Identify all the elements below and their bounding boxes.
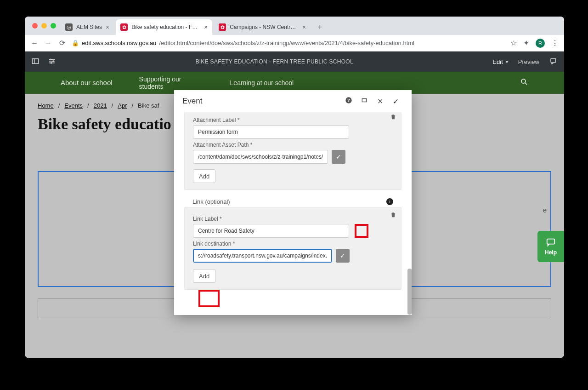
profile-avatar[interactable]: R [536, 39, 545, 48]
tab-aem-sites[interactable]: ◎ AEM Sites × [61, 19, 114, 35]
attachment-label-lbl: Attachment Label * [193, 117, 393, 123]
svg-rect-0 [32, 58, 39, 63]
help-label: Help [545, 249, 557, 256]
svg-rect-8 [551, 58, 556, 63]
path-picker-confirm[interactable]: ✓ [336, 249, 350, 263]
add-attachment-button[interactable]: Add [193, 169, 215, 183]
link-label-input[interactable] [193, 224, 349, 238]
link-label-lbl: Link Label * [193, 216, 393, 222]
link-label-value[interactable] [198, 228, 344, 234]
info-icon[interactable]: i [386, 198, 393, 205]
page-properties-icon[interactable] [48, 57, 56, 67]
link-dest-lbl: Link destination * [193, 241, 393, 247]
addr-icons: ☆ ✦ R ⋮ [510, 39, 559, 48]
close-tab-icon[interactable]: × [106, 23, 109, 31]
star-icon[interactable]: ☆ [510, 39, 517, 47]
page-header-title: BIKE SAFETY EDUCATION - FERN TREE PUBLIC… [64, 58, 484, 65]
add-link-button[interactable]: Add [193, 269, 215, 283]
trash-icon[interactable] [390, 113, 396, 122]
link-group: Link Label * Link destination * ✓ Add [184, 207, 401, 290]
search-icon[interactable] [520, 78, 528, 88]
dialog-title: Event [182, 97, 202, 106]
forward-button[interactable]: → [44, 39, 52, 47]
attachment-path-input[interactable] [193, 150, 328, 164]
new-tab-button[interactable]: + [313, 21, 326, 34]
chat-icon [545, 237, 557, 247]
extensions-icon[interactable]: ✦ [523, 39, 529, 47]
close-icon[interactable]: ✕ [372, 97, 388, 106]
page-content: BIKE SAFETY EDUCATION - FERN TREE PUBLIC… [25, 52, 564, 358]
event-dialog: Event ? ✕ ✓ Attachment Label * [174, 90, 412, 315]
dialog-header: Event ? ✕ ✓ [174, 90, 412, 112]
attachment-group: Attachment Label * Attachment Asset Path… [184, 112, 401, 190]
annotate-icon[interactable] [549, 57, 558, 67]
dialog-body: Attachment Label * Attachment Asset Path… [174, 112, 412, 315]
crumb-month[interactable]: Apr [118, 102, 127, 109]
svg-rect-13 [362, 99, 366, 102]
attachment-label-value[interactable] [198, 129, 344, 135]
favicon-icon: ◎ [65, 23, 73, 31]
svg-point-9 [521, 79, 526, 83]
favicon-icon: ✿ [219, 23, 226, 31]
svg-line-10 [525, 83, 527, 85]
mode-label: Edit [492, 58, 503, 65]
attachment-label-input[interactable] [193, 125, 349, 139]
link-section-label: Link (optional) [192, 198, 230, 205]
tab-bike-safety[interactable]: ✿ Bike safety education - Fern Tr × [116, 19, 212, 35]
scrollbar-thumb[interactable] [407, 269, 412, 315]
maximize-window-icon[interactable] [51, 23, 56, 29]
aem-header: BIKE SAFETY EDUCATION - FERN TREE PUBLIC… [25, 52, 564, 72]
back-button[interactable]: ← [30, 39, 39, 47]
tab-title: AEM Sites [76, 24, 102, 30]
close-tab-icon[interactable]: × [302, 23, 306, 31]
side-panel-icon[interactable] [31, 57, 40, 67]
svg-point-7 [51, 62, 51, 63]
chevron-down-icon: ▾ [506, 59, 508, 64]
crumb-current: Bike saf [138, 102, 159, 109]
background-text: e [543, 206, 547, 214]
lock-icon: 🔒 [72, 40, 79, 46]
annotation-trash [355, 224, 368, 238]
minimize-window-icon[interactable] [41, 23, 47, 29]
tab-title: Bike safety education - Fern Tr [131, 24, 200, 30]
path-picker-confirm[interactable]: ✓ [332, 150, 345, 164]
attachment-path-value[interactable] [198, 154, 323, 160]
done-icon[interactable]: ✓ [388, 97, 403, 106]
nav-supporting[interactable]: Supporting our students [139, 75, 204, 90]
link-dest-value[interactable] [198, 252, 327, 259]
trash-icon[interactable] [390, 211, 396, 220]
nav-learning[interactable]: Learning at our school [230, 79, 294, 86]
help-widget[interactable]: Help [537, 231, 564, 262]
url-host: edit.sws.schools.nsw.gov.au [82, 40, 156, 46]
link-dest-input[interactable] [193, 249, 332, 263]
window-controls [28, 23, 59, 29]
url-field[interactable]: 🔒 edit.sws.schools.nsw.gov.au/editor.htm… [72, 40, 505, 46]
svg-point-6 [53, 60, 54, 61]
annotation-add [198, 290, 220, 307]
browser-window: ◎ AEM Sites × ✿ Bike safety education - … [25, 17, 564, 358]
crumb-year[interactable]: 2021 [94, 102, 107, 109]
crumb-events[interactable]: Events [64, 102, 83, 109]
preview-button[interactable]: Preview [518, 58, 539, 65]
nav-about[interactable]: About our school [61, 79, 113, 86]
attachment-path-lbl: Attachment Asset Path * [193, 142, 393, 148]
svg-point-5 [50, 59, 51, 60]
url-path: /editor.html/content/doe/sws/schools/z/z… [159, 40, 414, 46]
tab-title: Campaigns - NSW Centre for R [230, 24, 299, 30]
reload-button[interactable]: ⟳ [58, 39, 66, 47]
close-window-icon[interactable] [32, 23, 38, 29]
close-tab-icon[interactable]: × [204, 23, 208, 31]
crumb-home[interactable]: Home [38, 102, 54, 109]
fullscreen-icon[interactable] [356, 97, 372, 105]
tab-campaigns[interactable]: ✿ Campaigns - NSW Centre for R × [214, 19, 311, 35]
address-bar: ← → ⟳ 🔒 edit.sws.schools.nsw.gov.au/edit… [25, 35, 564, 52]
tab-strip: ◎ AEM Sites × ✿ Bike safety education - … [25, 17, 564, 35]
help-icon[interactable]: ? [341, 97, 356, 106]
link-section-header: Link (optional) i [174, 195, 412, 205]
svg-rect-14 [547, 239, 555, 244]
menu-icon[interactable]: ⋮ [551, 39, 559, 47]
mode-select[interactable]: Edit ▾ [492, 58, 508, 65]
svg-text:?: ? [347, 98, 350, 103]
favicon-icon: ✿ [120, 23, 128, 31]
